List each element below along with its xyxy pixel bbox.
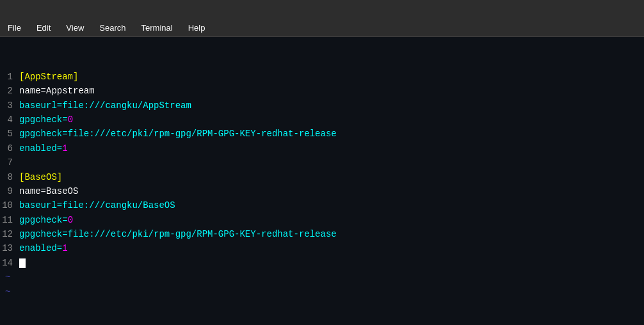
line-number: 4 <box>0 113 19 127</box>
menu-item-terminal[interactable]: Terminal <box>134 20 181 35</box>
table-row: 12gpgcheck=file:///etc/pki/rpm-gpg/RPM-G… <box>0 227 644 241</box>
value: file:///cangku/AppStream <box>62 100 191 111</box>
key: gpgcheck= <box>19 129 68 139</box>
menu-item-view[interactable]: View <box>58 20 92 35</box>
line-number: 9 <box>0 184 19 198</box>
value: 1 <box>62 143 67 154</box>
line-number: 2 <box>0 84 19 98</box>
key: gpgcheck= <box>19 115 68 125</box>
section-header: [BaseOS] <box>19 172 62 182</box>
value: 1 <box>62 243 67 253</box>
table-row: 1[AppStream] <box>0 70 644 84</box>
key: gpgcheck= <box>19 215 68 225</box>
line-number: 7 <box>0 155 19 170</box>
menu-bar: FileEditViewSearchTerminalHelp <box>0 19 644 37</box>
value: file:///etc/pki/rpm-gpg/RPM-GPG-KEY-redh… <box>68 229 337 239</box>
line-number: 3 <box>0 99 19 113</box>
key: baseurl= <box>19 200 62 210</box>
line-number: 8 <box>0 170 19 184</box>
minimize-button[interactable] <box>608 8 616 11</box>
table-row: 5gpgcheck=file:///etc/pki/rpm-gpg/RPM-GP… <box>0 127 644 141</box>
key: name= <box>19 86 46 96</box>
line-number: 12 <box>0 227 19 241</box>
value: Appstream <box>46 86 95 96</box>
table-row: 10baseurl=file:///cangku/BaseOS <box>0 198 644 212</box>
table-row: 4gpgcheck=0 <box>0 113 644 127</box>
key: name= <box>19 186 46 196</box>
key: baseurl= <box>19 100 62 111</box>
line-number: 11 <box>0 213 19 227</box>
tilde-line: ~ <box>0 285 644 299</box>
terminal-body[interactable]: 1[AppStream] 2name=Appstream 3baseurl=fi… <box>0 37 644 325</box>
line-number: 1 <box>0 70 19 84</box>
cursor <box>19 258 26 268</box>
value: file:///cangku/BaseOS <box>62 200 175 210</box>
tilde-line: ~ <box>0 270 644 284</box>
menu-item-file[interactable]: File <box>0 20 29 35</box>
table-row: 2name=Appstream <box>0 84 644 98</box>
table-row: 14 <box>0 256 644 270</box>
key: enabled= <box>19 243 62 253</box>
value: BaseOS <box>46 186 78 196</box>
line-number: 6 <box>0 141 19 155</box>
line-number: 5 <box>0 127 19 141</box>
maximize-button[interactable] <box>620 8 627 11</box>
table-row: 7 <box>0 155 644 170</box>
menu-item-edit[interactable]: Edit <box>29 20 58 35</box>
table-row: 3baseurl=file:///cangku/AppStream <box>0 99 644 113</box>
table-row: 8[BaseOS] <box>0 170 644 184</box>
table-row: 11gpgcheck=0 <box>0 213 644 227</box>
table-row: 6enabled=1 <box>0 141 644 155</box>
value: 0 <box>68 215 73 225</box>
key: enabled= <box>19 143 62 154</box>
key: gpgcheck= <box>19 229 68 239</box>
value: file:///etc/pki/rpm-gpg/RPM-GPG-KEY-redh… <box>68 129 337 139</box>
menu-item-search[interactable]: Search <box>92 20 133 35</box>
line-number: 14 <box>0 256 19 270</box>
close-button[interactable] <box>631 8 639 11</box>
table-row: 13enabled=1 <box>0 241 644 255</box>
value: 0 <box>68 115 73 125</box>
code-area: 1[AppStream] 2name=Appstream 3baseurl=fi… <box>0 41 644 321</box>
table-row: 9name=BaseOS <box>0 184 644 198</box>
line-number: 13 <box>0 241 19 255</box>
title-bar <box>0 0 644 19</box>
line-number: 10 <box>0 198 19 212</box>
section-header: [AppStream] <box>19 72 78 82</box>
menu-item-help[interactable]: Help <box>181 20 213 35</box>
